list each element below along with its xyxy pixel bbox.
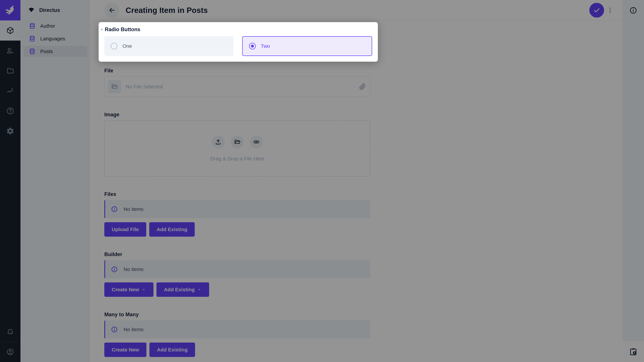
radio-buttons-field-card: Radio Buttons One Two xyxy=(98,22,378,62)
radio-field-label: Radio Buttons xyxy=(105,26,140,32)
radio-option-two[interactable]: Two xyxy=(242,36,372,56)
radio-option-label: One xyxy=(122,43,132,49)
radio-unchecked-icon xyxy=(111,43,118,49)
edited-indicator-dot xyxy=(101,29,103,30)
radio-checked-icon xyxy=(249,43,256,49)
radio-option-label: Two xyxy=(261,43,270,49)
field-label-row: Radio Buttons xyxy=(104,26,372,32)
radio-option-one[interactable]: One xyxy=(104,36,234,56)
